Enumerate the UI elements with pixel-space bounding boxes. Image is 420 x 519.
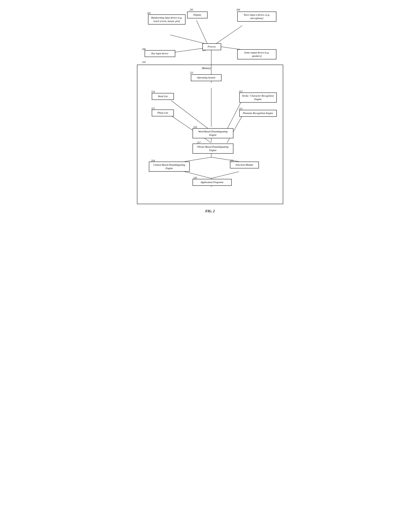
svg-line-3 [171, 48, 208, 53]
box-process: Process [202, 43, 221, 50]
box-application: Application Programs [193, 179, 232, 186]
label-203: 203 [190, 8, 193, 11]
box-display: Display [187, 12, 208, 18]
svg-line-15 [185, 157, 211, 161]
svg-line-9 [171, 100, 211, 131]
box-selection: Selection Module [230, 162, 259, 168]
memory-label: Memory [202, 67, 211, 70]
svg-line-1 [196, 20, 208, 44]
box-voice-input: Voice input a device, (e.g. microphone) [237, 12, 276, 22]
svg-line-16 [211, 157, 239, 161]
label-204: 204 [236, 8, 240, 11]
box-key-input: Key input device [145, 50, 175, 57]
memory-section: Memory 211 Operating System 214 Word Lis… [137, 65, 283, 204]
box-operating-system: Operating System [191, 74, 221, 81]
box-phoneme: Phoneme Recognition Engine [239, 110, 277, 117]
box-output-device: Some output device (e.g. speakers) [237, 49, 276, 59]
box-phase-list: Phase List [152, 110, 174, 116]
box-word-based: Word Based Disambiguating Engine [193, 128, 233, 138]
svg-line-2 [215, 25, 242, 44]
label-214: 214 [151, 91, 155, 93]
box-handwriting: Handwriting input device (e.g. touch scr… [148, 15, 185, 24]
box-word-list: Word List [152, 93, 174, 100]
label-210: 210 [142, 61, 146, 64]
figure-caption: FIG. 2 [205, 209, 215, 213]
box-phrase-based: Phrase Based Disambiguating Engine [193, 144, 233, 154]
svg-line-17 [185, 172, 211, 178]
box-stroke-char: Stroke / Character Recognition Engine [239, 92, 277, 103]
label-202: 202 [147, 12, 151, 15]
box-context-based: Context Based Disambiguating Engine [149, 162, 190, 172]
label-211: 211 [190, 71, 194, 74]
svg-line-0 [170, 35, 208, 44]
svg-line-18 [211, 172, 239, 178]
